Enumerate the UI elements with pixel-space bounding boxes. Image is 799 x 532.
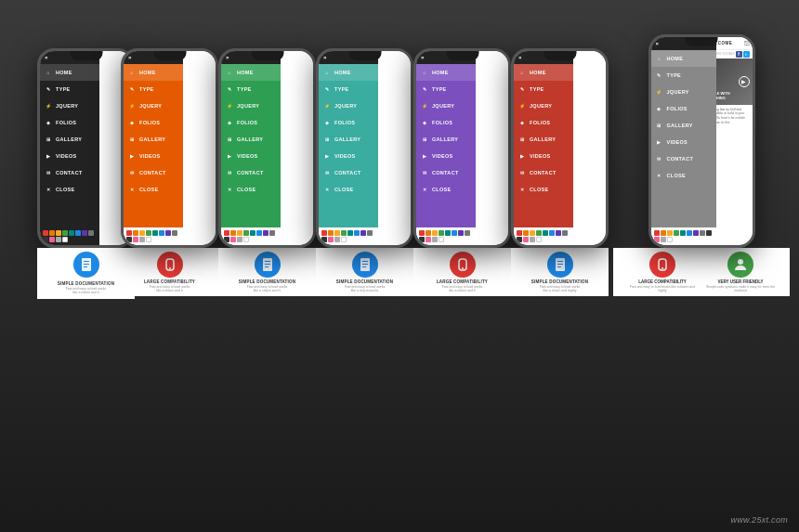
swatch[interactable] (517, 230, 522, 236)
swatch[interactable] (517, 237, 522, 242)
swatch[interactable] (126, 237, 132, 242)
swatch[interactable] (367, 230, 373, 236)
menu-home-7[interactable]: ⌂HOME (651, 50, 717, 67)
menu-videos-4[interactable]: ▶VIDEOS (319, 148, 378, 164)
menu-folios-7[interactable]: ◈FOLIOS (651, 100, 717, 117)
swatch[interactable] (439, 230, 444, 236)
menu-home-2[interactable]: ⌂HOME (124, 64, 183, 81)
swatch[interactable] (62, 230, 68, 236)
swatch[interactable] (667, 230, 673, 236)
swatch[interactable] (523, 230, 529, 236)
swatch[interactable] (172, 230, 177, 236)
menu-close-btn-3[interactable]: ✕CLOSE (221, 181, 281, 198)
swatch[interactable] (256, 230, 262, 236)
swatch[interactable] (49, 230, 55, 236)
swatch[interactable] (536, 230, 542, 236)
menu-folios-5[interactable]: ◈FOLIOS (416, 114, 476, 131)
swatch[interactable] (426, 237, 431, 242)
swatch[interactable] (341, 230, 347, 236)
menu-type-7[interactable]: ✎TYPE (651, 67, 717, 84)
twitter-button[interactable]: t (743, 51, 750, 58)
menu-folios-6[interactable]: ◈FOLIOS (514, 114, 573, 131)
swatch[interactable] (439, 237, 444, 242)
swatch[interactable] (139, 237, 145, 242)
swatch[interactable] (321, 230, 327, 236)
swatch[interactable] (224, 237, 229, 242)
swatch[interactable] (165, 230, 171, 236)
swatch[interactable] (243, 237, 249, 242)
swatch[interactable] (543, 230, 548, 236)
swatch[interactable] (426, 230, 431, 236)
swatch[interactable] (556, 230, 561, 236)
menu-videos-5[interactable]: ▶VIDEOS (416, 148, 476, 164)
menu-contact-3[interactable]: ✉CONTACT (221, 164, 281, 181)
swatch[interactable] (360, 230, 366, 236)
swatch[interactable] (334, 237, 340, 242)
menu-home-3[interactable]: ⌂HOME (221, 64, 281, 81)
swatch[interactable] (654, 237, 660, 242)
menu-close-2[interactable]: × (128, 55, 132, 60)
swatch[interactable] (126, 230, 132, 236)
menu-close-3[interactable]: × (226, 55, 229, 60)
menu-videos-7[interactable]: ▶VIDEOS (651, 134, 717, 150)
swatch[interactable] (661, 237, 666, 242)
swatch[interactable] (445, 230, 451, 236)
facebook-button[interactable]: f (736, 51, 742, 58)
swatch[interactable] (419, 237, 425, 242)
menu-close-6[interactable]: × (518, 55, 522, 60)
swatch[interactable] (321, 237, 327, 242)
swatch[interactable] (230, 230, 236, 236)
swatch[interactable] (667, 237, 673, 242)
menu-home-6[interactable]: ⌂HOME (514, 64, 573, 81)
menu-folios-4[interactable]: ◈FOLIOS (319, 114, 378, 131)
swatch[interactable] (82, 230, 87, 236)
swatch[interactable] (680, 230, 686, 236)
menu-close-btn-1[interactable]: ✕CLOSE (40, 181, 99, 198)
swatch[interactable] (56, 237, 61, 242)
swatch[interactable] (465, 230, 470, 236)
menu-gallery-1[interactable]: ⊞GALLERY (40, 131, 99, 148)
swatch[interactable] (432, 230, 438, 236)
swatch[interactable] (530, 237, 535, 242)
swatch[interactable] (230, 237, 236, 242)
menu-folios-2[interactable]: ◈FOLIOS (124, 114, 183, 131)
menu-home-1[interactable]: ⌂HOME (40, 64, 99, 81)
swatch[interactable] (43, 237, 48, 242)
swatch[interactable] (523, 237, 529, 242)
swatch[interactable] (250, 230, 255, 236)
play-button[interactable]: ▶ (739, 76, 750, 87)
swatch[interactable] (62, 237, 68, 242)
menu-contact-6[interactable]: ✉CONTACT (514, 164, 573, 181)
menu-gallery-7[interactable]: ⊞GALLERY (651, 117, 717, 134)
swatch[interactable] (661, 230, 666, 236)
swatch[interactable] (159, 230, 164, 236)
swatch[interactable] (693, 230, 699, 236)
menu-gallery-3[interactable]: ⊞GALLERY (221, 131, 281, 148)
menu-contact-4[interactable]: ✉CONTACT (319, 164, 378, 181)
menu-close-btn-2[interactable]: ✕CLOSE (124, 181, 183, 198)
swatch[interactable] (654, 230, 660, 236)
swatch[interactable] (347, 230, 353, 236)
swatch[interactable] (706, 230, 712, 236)
swatch[interactable] (243, 230, 249, 236)
menu-type-6[interactable]: ✎TYPE (514, 81, 573, 97)
swatch[interactable] (139, 230, 145, 236)
menu-gallery-2[interactable]: ⊞GALLERY (124, 131, 183, 148)
menu-contact-7[interactable]: ✉CONTACT (651, 150, 717, 167)
swatch[interactable] (69, 230, 74, 236)
swatch[interactable] (354, 230, 360, 236)
swatch[interactable] (700, 230, 705, 236)
swatch[interactable] (237, 230, 242, 236)
menu-close-btn-6[interactable]: ✕CLOSE (514, 181, 573, 198)
menu-gallery-6[interactable]: ⊞GALLERY (514, 131, 573, 148)
swatch[interactable] (328, 230, 334, 236)
menu-jquery-6[interactable]: ⚡JQUERY (514, 97, 573, 114)
swatch[interactable] (562, 230, 568, 236)
menu-home-5[interactable]: ⌂HOME (416, 64, 476, 81)
swatch[interactable] (687, 230, 692, 236)
menu-type-2[interactable]: ✎TYPE (124, 81, 183, 97)
swatch[interactable] (152, 230, 158, 236)
swatch[interactable] (432, 237, 438, 242)
menu-type-1[interactable]: ✎TYPE (40, 81, 99, 97)
swatch[interactable] (56, 230, 61, 236)
